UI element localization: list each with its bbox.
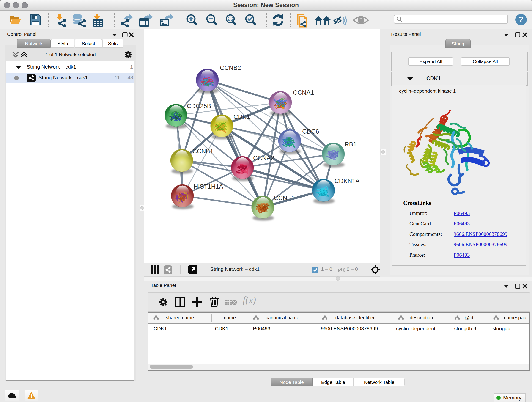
svg-text:RB1: RB1 <box>345 141 357 148</box>
svg-text:CCNB1: CCNB1 <box>192 148 214 155</box>
svg-text:CCNA2: CCNA2 <box>253 155 274 162</box>
svg-text:CCNE1: CCNE1 <box>274 195 295 201</box>
svg-text:CDK1: CDK1 <box>234 114 250 120</box>
svg-text:CDKN1A: CDKN1A <box>335 178 360 185</box>
svg-text:CDC6: CDC6 <box>302 128 319 135</box>
svg-text:CCNB2: CCNB2 <box>220 64 241 71</box>
svg-text:CCNA1: CCNA1 <box>293 89 314 96</box>
svg-text:CDC25B: CDC25B <box>187 103 211 109</box>
svg-text:HIST1H1A: HIST1H1A <box>194 183 223 190</box>
